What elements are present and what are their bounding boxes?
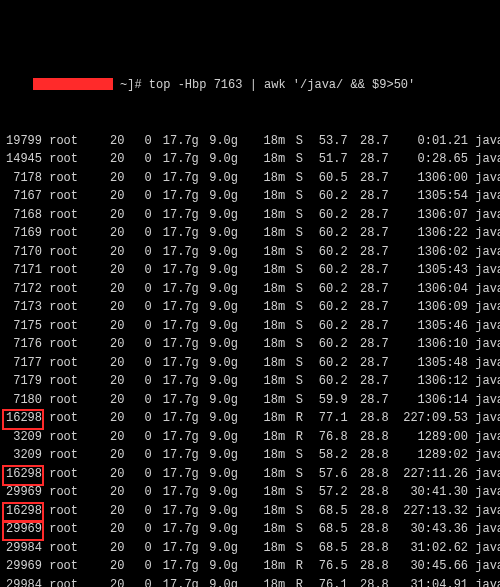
col-ni: 0	[132, 391, 152, 410]
col-cmd: java	[475, 465, 500, 484]
col-s: R	[292, 576, 306, 588]
col-s: S	[292, 391, 306, 410]
col-res: 9.0g	[206, 132, 238, 151]
col-mem: 28.7	[355, 150, 389, 169]
col-pid: 19799	[4, 132, 42, 151]
col-pr: 20	[94, 520, 124, 539]
col-virt: 17.7g	[159, 280, 199, 299]
col-s: S	[292, 298, 306, 317]
col-cmd: java	[475, 354, 500, 373]
col-ni: 0	[132, 409, 152, 428]
col-time: 1305:43	[396, 261, 468, 280]
col-mem: 28.7	[355, 372, 389, 391]
col-virt: 17.7g	[159, 298, 199, 317]
col-user: root	[49, 243, 87, 262]
col-cpu: 68.5	[314, 539, 348, 558]
col-pr: 20	[94, 298, 124, 317]
col-pid: 7178	[4, 169, 42, 188]
prompt-line: ~]# top -Hbp 7163 | awk '/java/ && $9>50…	[0, 58, 500, 77]
col-mem: 28.8	[355, 539, 389, 558]
col-virt: 17.7g	[159, 354, 199, 373]
col-cmd: java	[475, 169, 500, 188]
col-virt: 17.7g	[159, 150, 199, 169]
col-ni: 0	[132, 298, 152, 317]
col-time: 30:43.36	[396, 520, 468, 539]
col-cpu: 60.2	[314, 243, 348, 262]
col-ni: 0	[132, 224, 152, 243]
col-virt: 17.7g	[159, 261, 199, 280]
col-pid: 29984	[4, 539, 42, 558]
col-pid: 7168	[4, 206, 42, 225]
col-user: root	[49, 298, 87, 317]
col-mem: 28.7	[355, 317, 389, 336]
col-pid: 16298	[4, 465, 42, 484]
col-ni: 0	[132, 483, 152, 502]
col-pid: 7180	[4, 391, 42, 410]
process-row: 7177 root 20 0 17.7g 9.0g 18m S 60.2 28.…	[0, 354, 500, 373]
col-cmd: java	[475, 557, 500, 576]
col-mem: 28.8	[355, 465, 389, 484]
col-pr: 20	[94, 150, 124, 169]
col-shr: 18m	[245, 132, 285, 151]
col-time: 1306:00	[396, 169, 468, 188]
process-row: 14945 root 20 0 17.7g 9.0g 18m S 51.7 28…	[0, 150, 500, 169]
col-user: root	[49, 335, 87, 354]
col-s: S	[292, 372, 306, 391]
col-virt: 17.7g	[159, 539, 199, 558]
col-pid: 7175	[4, 317, 42, 336]
col-virt: 17.7g	[159, 391, 199, 410]
col-virt: 17.7g	[159, 465, 199, 484]
col-cmd: java	[475, 483, 500, 502]
col-time: 1305:48	[396, 354, 468, 373]
col-cmd: java	[475, 502, 500, 521]
col-pr: 20	[94, 409, 124, 428]
col-s: S	[292, 317, 306, 336]
col-shr: 18m	[245, 187, 285, 206]
process-row: 7178 root 20 0 17.7g 9.0g 18m S 60.5 28.…	[0, 169, 500, 188]
col-virt: 17.7g	[159, 169, 199, 188]
col-ni: 0	[132, 206, 152, 225]
col-pr: 20	[94, 428, 124, 447]
col-ni: 0	[132, 261, 152, 280]
col-shr: 18m	[245, 224, 285, 243]
col-res: 9.0g	[206, 372, 238, 391]
col-cpu: 76.5	[314, 557, 348, 576]
col-user: root	[49, 206, 87, 225]
col-pid: 7172	[4, 280, 42, 299]
col-pr: 20	[94, 132, 124, 151]
col-virt: 17.7g	[159, 132, 199, 151]
col-pid: 7169	[4, 224, 42, 243]
col-cmd: java	[475, 150, 500, 169]
col-user: root	[49, 391, 87, 410]
col-mem: 28.7	[355, 169, 389, 188]
col-pid: 16298	[4, 502, 42, 521]
col-ni: 0	[132, 372, 152, 391]
col-ni: 0	[132, 169, 152, 188]
col-time: 1306:02	[396, 243, 468, 262]
col-cpu: 57.6	[314, 465, 348, 484]
process-row: 16298 root 20 0 17.7g 9.0g 18m S 68.5 28…	[0, 502, 500, 521]
col-res: 9.0g	[206, 539, 238, 558]
process-row: 7170 root 20 0 17.7g 9.0g 18m S 60.2 28.…	[0, 243, 500, 262]
col-cpu: 60.2	[314, 206, 348, 225]
col-mem: 28.7	[355, 132, 389, 151]
col-s: S	[292, 280, 306, 299]
col-res: 9.0g	[206, 206, 238, 225]
col-shr: 18m	[245, 317, 285, 336]
process-row: 3209 root 20 0 17.7g 9.0g 18m S 58.2 28.…	[0, 446, 500, 465]
col-pid: 7179	[4, 372, 42, 391]
col-cmd: java	[475, 298, 500, 317]
col-s: S	[292, 261, 306, 280]
process-row: 7172 root 20 0 17.7g 9.0g 18m S 60.2 28.…	[0, 280, 500, 299]
col-s: S	[292, 132, 306, 151]
terminal[interactable]: ~]# top -Hbp 7163 | awk '/java/ && $9>50…	[0, 0, 500, 587]
col-pid: 7173	[4, 298, 42, 317]
col-virt: 17.7g	[159, 187, 199, 206]
col-shr: 18m	[245, 391, 285, 410]
col-ni: 0	[132, 520, 152, 539]
col-shr: 18m	[245, 169, 285, 188]
prompt-suffix: ~]#	[113, 78, 149, 92]
col-ni: 0	[132, 428, 152, 447]
process-row: 16298 root 20 0 17.7g 9.0g 18m S 57.6 28…	[0, 465, 500, 484]
col-s: S	[292, 243, 306, 262]
